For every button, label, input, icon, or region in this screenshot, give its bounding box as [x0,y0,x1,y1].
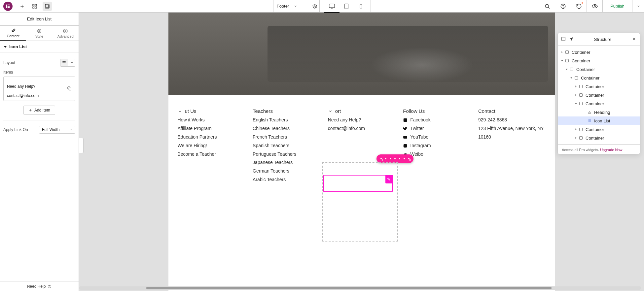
footer-link[interactable]: Become a Teacher [178,150,245,159]
tree-node-container[interactable]: Container [558,56,640,65]
structure-title: Structure [594,37,612,42]
svg-rect-59 [570,68,573,71]
apply-link-value: Full Width [42,127,59,132]
page: ut Us How it Works Affiliate Program Edu… [168,13,555,291]
horizontal-scrollbar[interactable] [79,286,641,290]
widget-inline-toolbar [376,154,413,163]
footer-link[interactable]: Arabic Teachers [253,176,320,184]
tree-node-icon-list[interactable]: Icon List [558,116,640,125]
svg-rect-7 [35,4,37,6]
svg-point-45 [406,153,407,153]
page-title: Footer [277,4,289,9]
tree-node-container[interactable]: Container [558,82,640,91]
tab-advanced[interactable]: Advanced [53,26,79,41]
footer-link[interactable]: Portuguese Teachers [253,150,320,159]
svg-rect-55 [566,51,569,54]
footer-link[interactable]: Education Partners [178,133,245,142]
hero-image-placeholder [168,13,555,95]
layout-toggle [60,59,75,67]
add-item-button[interactable]: Add Item [23,106,55,115]
section-toggle[interactable]: Icon List [0,41,79,53]
svg-marker-54 [562,51,563,53]
svg-rect-75 [580,128,583,131]
tree-node-container[interactable]: Container [558,74,640,82]
tree-node-container[interactable]: Container [558,134,640,142]
widget-add-icon[interactable] [380,158,382,159]
svg-rect-61 [575,77,578,80]
page-switcher: Footer [273,0,371,13]
tree-node-heading[interactable]: Heading [558,108,640,116]
svg-point-22 [594,5,595,7]
footer-link[interactable]: Japanese Teachers [253,158,320,167]
svg-marker-62 [576,86,577,87]
structure-toggle-icon[interactable] [43,2,52,11]
device-tablet-icon[interactable] [343,3,350,9]
svg-point-32 [73,62,73,63]
navigate-icon[interactable] [569,37,574,42]
item-row[interactable]: Need any Help? contact@info.com [3,77,75,101]
svg-point-23 [39,30,40,32]
svg-rect-2 [8,6,10,6]
tab-style[interactable]: Style [26,26,52,41]
gear-icon[interactable] [312,4,317,9]
tree-node-container[interactable]: Container [558,48,640,56]
footer-grid: ut Us How it Works Affiliate Program Edu… [168,95,555,224]
footer-col-follow: Follow Us Facebook Twitter YouTube Insta… [403,108,470,184]
divider [3,120,75,120]
widget-close-icon[interactable] [408,158,410,159]
tree-node-container[interactable]: Container [558,99,640,108]
contact-phone: 929-242-6868 [478,117,507,122]
tree-node-container[interactable]: Container [558,91,640,99]
svg-marker-58 [566,69,568,70]
elementor-logo[interactable] [3,2,13,11]
publish-options-dropdown[interactable] [632,0,644,12]
add-widget-icon[interactable] [18,2,27,11]
add-item-label: Add Item [34,108,50,113]
svg-marker-56 [561,60,563,61]
svg-rect-63 [580,85,583,88]
svg-rect-3 [8,7,10,8]
layout-option-inline[interactable] [68,59,75,66]
device-desktop-icon[interactable] [328,3,336,10]
sitemap-icon[interactable] [30,2,39,11]
footer-link[interactable]: Spanish Teachers [253,142,320,150]
svg-rect-8 [35,7,37,8]
footer-social-link[interactable]: Twitter [403,124,470,133]
footer-link[interactable]: How it Works [178,116,245,124]
preview-icon[interactable] [587,0,602,12]
layout-option-default[interactable] [60,59,68,66]
svg-rect-0 [6,4,7,8]
tree-node-container[interactable]: Container [558,65,640,74]
footer-link[interactable]: Affiliate Program [178,124,245,133]
footer-social-link[interactable]: YouTube [403,133,470,142]
sidebar-help[interactable]: Need Help [0,281,79,291]
footer-link[interactable]: German Teachers [253,167,320,176]
footer-link[interactable]: English Teachers [253,116,320,124]
device-mobile-icon[interactable] [357,3,365,9]
help-icon[interactable] [555,0,571,12]
scrollbar-thumb[interactable] [146,287,551,289]
collapse-sidebar-icon[interactable] [79,138,84,153]
svg-point-30 [70,62,70,63]
dock-icon[interactable] [561,37,566,42]
footer-link[interactable]: French Teachers [253,133,320,142]
footer-link[interactable]: We are Hiring! [178,142,245,150]
footer-link[interactable]: Chinese Teachers [253,124,320,133]
tree-node-container[interactable]: Container [558,125,640,134]
footer-social-link[interactable]: Facebook [403,116,470,124]
svg-marker-64 [576,94,577,96]
footer-social-link[interactable]: Instagram [403,142,470,150]
tab-content[interactable]: Content [0,26,26,41]
svg-rect-1 [8,4,10,5]
copy-icon[interactable] [67,86,72,92]
svg-marker-74 [576,129,577,130]
publish-button[interactable]: Publish [602,0,632,12]
close-icon[interactable] [632,37,636,42]
support-icon-list[interactable]: Need any Help? contact@info.com [328,116,395,133]
sidebar-title: Edit Icon List [0,13,79,26]
page-dropdown[interactable]: Footer [273,0,320,13]
apply-link-select[interactable]: Full Width [39,126,75,134]
finder-icon[interactable] [539,0,555,12]
ellipsis-icon: … [558,146,640,152]
history-icon[interactable] [571,0,587,12]
